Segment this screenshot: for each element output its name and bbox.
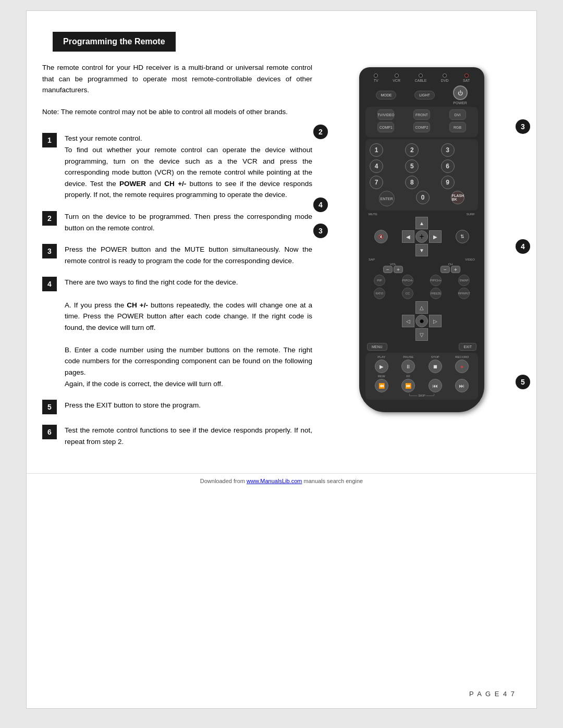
btn-8[interactable]: 8 [405,176,419,189]
dpad-up[interactable]: ▲ [415,217,428,229]
skip-back-button[interactable]: ⏮ [429,379,442,392]
front-button[interactable]: FRONT [413,109,430,120]
transport-labels: PLAY PAUSE STOP RECORD [368,355,475,359]
dpad-container: ▲ ◀ + ▶ ▼ [402,217,442,256]
btn-7[interactable]: 7 [370,176,383,189]
menu-exit-row: MENU EXIT [364,343,479,351]
stop-button[interactable]: ⏹ [429,360,442,373]
skip-label-row: └─── SKIP ───┘ [368,394,475,397]
swap-button[interactable]: SWAP [458,275,470,286]
skip-back-label [428,375,443,378]
cc-button[interactable]: CC [402,288,413,299]
nav-dpad-section: △ ◁ ● ▷ ▽ [364,301,479,341]
surf-label: SURF [467,213,475,216]
menu-button[interactable]: MENU [367,343,387,351]
nav-up[interactable]: △ [415,301,428,314]
btn-3[interactable]: 3 [441,143,455,157]
dpad-left[interactable]: ◀ [402,230,414,243]
btn-0[interactable]: 0 [416,191,430,204]
btn-2[interactable]: 2 [405,143,419,157]
dpad-center[interactable]: + [415,230,428,243]
intro-paragraph1: The remote control for your HD receiver … [42,62,312,96]
enter-button[interactable]: ENTER [379,191,395,206]
ch-minus[interactable]: − [440,266,450,273]
pip-button[interactable]: PIP [374,275,385,286]
comp2-button[interactable]: COMP2 [413,122,430,132]
download-suffix: manuals search engine [302,478,363,484]
mute-label: MUTE [369,213,377,216]
ff-button[interactable]: ⏩ [401,379,415,392]
freeze-button[interactable]: FREEZE [430,288,442,299]
pip-row: PIP PIPCH- PIPCH+ SWAP [365,275,478,286]
flashback-button[interactable]: FLASHBK [451,191,464,204]
pipch-minus-button[interactable]: PIPCH- [402,275,413,286]
surf-button[interactable]: ⇅ [456,230,469,243]
play-button[interactable]: ▶ [375,360,388,373]
rew-button[interactable]: ⏪ [375,379,388,392]
download-link[interactable]: www.ManualsLib.com [247,478,302,484]
ratio-button[interactable]: RATIO [374,288,385,299]
power-label: POWER [453,101,467,105]
input-section: TV/VIDEO FRONT DVI [365,107,478,137]
record-button[interactable]: ● [455,360,469,373]
rgb-button[interactable]: RGB [449,122,466,132]
step-text-3: Press the POWER button and the MUTE butt… [65,244,312,266]
sat-led [464,73,469,78]
nav-right[interactable]: ▷ [429,315,442,327]
ch-plus[interactable]: + [451,266,460,273]
skip-label: └─── SKIP ───┘ [409,394,435,397]
mute-button[interactable]: 🔇 [374,230,388,243]
btn-4[interactable]: 4 [370,159,383,173]
tv-video-button[interactable]: TV/VIDEO [377,109,394,120]
skip-fwd-button[interactable]: ⏭ [455,379,469,392]
mode-button[interactable]: MODE [376,91,396,100]
step-5: 5 Press the EXIT button to store the pro… [42,400,312,414]
vol-plus-minus: − + [383,266,403,273]
pip-input-button[interactable]: PIPINPUT [458,288,470,299]
dpad-down[interactable]: ▼ [415,244,428,256]
comp1-button[interactable]: COMP1 [377,122,394,132]
remote-callout-container: 2 3 4 3 4 5 TV [323,62,521,412]
step-number-3: 3 [42,244,57,258]
transport-labels2: REW FF [368,375,475,378]
power-button[interactable]: ⏻ [453,85,468,100]
light-button[interactable]: LIGHT [414,91,435,100]
ratio-row: RATIO CC FREEZE PIPINPUT [365,288,478,299]
transport-skip-row: ⏪ ⏩ ⏮ ⏭ [368,379,475,392]
dpad-right[interactable]: ▶ [429,230,442,243]
video-label: VIDEO [465,258,475,261]
btn-5[interactable]: 5 [405,159,419,173]
nav-center[interactable]: ● [415,315,428,327]
vcr-label: VCR [393,79,400,82]
play-label: PLAY [374,355,389,359]
step-2: 2 Turn on the device to be programmed. T… [42,211,312,233]
left-column: The remote control for your HD receiver … [42,62,312,458]
sap-video-row: SAP VIDEO [364,258,479,261]
section-header: Programming the Remote [53,32,176,52]
download-text: Downloaded from [200,478,247,484]
rew-label: REW [374,375,389,378]
vol-plus[interactable]: + [394,266,403,273]
step-1: 1 Test your remote control. To find out … [42,133,312,201]
ch-group: CH − + [440,263,460,273]
download-footer: Downloaded from www.ManualsLib.com manua… [27,473,536,488]
vol-group: VOL − + [383,263,403,273]
btn-1[interactable]: 1 [370,143,383,157]
btn-6[interactable]: 6 [441,159,455,173]
tv-video-row: TV/VIDEO FRONT DVI [368,109,475,120]
step-number-5: 5 [42,400,57,414]
mute-surf-section: MUTE SURF 🔇 ▲ ◀ [364,213,479,261]
exit-button[interactable]: EXIT [459,343,476,351]
dvi-button[interactable]: DVI [449,109,466,120]
btn-9[interactable]: 9 [441,176,455,189]
pause-button[interactable]: ⏸ [401,360,415,373]
pause-label: PAUSE [401,355,415,359]
pipch-plus-button[interactable]: PIPCH+ [430,275,442,286]
nav-down[interactable]: ▽ [415,328,428,341]
numpad: 1 2 3 4 5 6 7 8 9 [368,142,475,191]
right-column: 2 3 4 3 4 5 TV [323,62,521,458]
vol-minus[interactable]: − [383,266,393,273]
ch-plus-minus: − + [440,266,460,273]
nav-left[interactable]: ◁ [402,315,414,327]
step-4: 4 There are two ways to find the right c… [42,277,312,389]
